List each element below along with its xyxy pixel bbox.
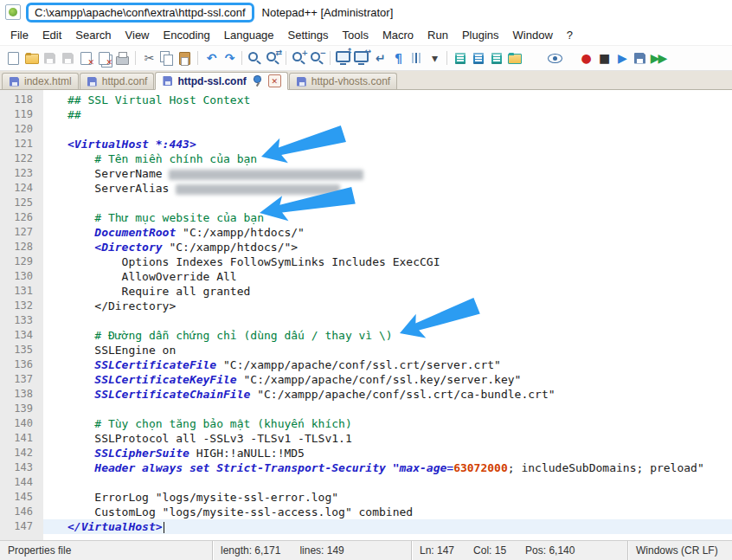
paste-icon[interactable] [176,49,194,68]
menu-encoding[interactable]: Encoding [157,26,217,44]
tab-label: httpd-vhosts.conf [311,75,390,87]
save-recorded-macro-icon[interactable] [631,49,649,68]
code-segment: ## SSL Virtual Host Context [67,93,250,106]
zoom-out-icon[interactable]: − [308,49,326,68]
window-title-app: Notepad++ [Administrator] [262,6,394,19]
code-line[interactable]: 123 ServerName [0,166,732,181]
tab-close-icon[interactable]: ✕ [268,74,281,87]
open-file-icon[interactable] [22,49,41,68]
menu-help[interactable]: ? [560,26,580,44]
sync-scroll-horizontal-icon[interactable]: ↔ [352,49,370,68]
code-line[interactable]: 143 Header always set Strict-Transport-S… [0,460,732,475]
toolbar-dropdown-icon[interactable]: ▾ [425,49,443,68]
word-wrap-icon[interactable]: ↵ [370,49,388,68]
code-line[interactable]: 139 [0,402,732,416]
undo-icon[interactable]: ↶ [202,49,220,68]
close-all-icon[interactable] [95,49,113,68]
code-line[interactable]: 136 SSLCertificateFile "C:/xampp/apache/… [0,357,732,372]
code-line[interactable]: 120 [0,122,732,137]
menu-search[interactable]: Search [68,26,118,44]
stop-recording-icon[interactable]: ■ [594,49,613,68]
line-number: 120 [0,122,43,137]
document-map-icon[interactable] [469,49,487,68]
code-line[interactable]: 147</VirtualHost> [0,519,732,534]
code-line[interactable]: 128 <Directory "C:/xampp/htdocs/"> [0,240,732,254]
zoom-in-icon[interactable]: + [290,49,308,68]
line-number: 145 [0,490,43,505]
tab-httpd-conf[interactable]: httpd.conf [80,73,155,89]
code-segment: SSLCipherSuite [67,447,196,460]
monitoring-icon[interactable] [546,49,564,68]
code-line[interactable]: 146 CustomLog "logs/mysite-ssl-access.lo… [0,505,732,519]
code-line[interactable]: 145 ErrorLog "logs/mysite-ssl-error.log" [0,490,732,505]
code-line[interactable]: 135 SSLEngine on [0,343,732,357]
code-line[interactable]: 142 SSLCipherSuite HIGH:!aNULL:!MD5 [0,446,732,460]
menu-bar: FileEditSearchViewEncodingLanguageSettin… [0,24,732,45]
sync-scroll-vertical-icon[interactable]: ↕ [334,49,352,68]
code-line[interactable]: 138 SSLCertificateChainFile "C:/xampp/ap… [0,387,732,402]
folder-as-workspace-icon[interactable] [505,49,523,68]
line-number: 130 [0,269,43,284]
code-text: # Tùy chọn tăng bảo mật (khuyến khích) [43,416,732,431]
pin-icon[interactable] [253,75,263,87]
code-line[interactable]: 126 # Thư mục website của bạn [0,210,732,225]
code-line[interactable]: 134 # Đường dẫn chứng chỉ (dùng dấu / th… [0,328,732,343]
menu-plugins[interactable]: Plugins [455,26,506,44]
run-macro-multiple-icon[interactable]: ▶▶ [649,49,667,68]
code-segment: </Directory> [67,299,176,312]
tab-index-html[interactable]: index.html [2,73,79,89]
menu-edit[interactable]: Edit [35,26,68,44]
code-line[interactable]: 137 SSLCertificateKeyFile "C:/xampp/apac… [0,372,732,387]
menu-settings[interactable]: Settings [281,26,336,44]
code-line[interactable]: 122 # Tên miền chính của bạn [0,151,732,166]
code-line[interactable]: 144 [0,475,732,490]
indent-guide-icon[interactable] [407,49,425,68]
code-line[interactable]: 124 ServerAlias [0,181,732,196]
function-list-icon[interactable] [451,49,469,68]
code-segment: # Tùy chọn tăng bảo mật (khuyến khích) [67,417,352,430]
code-line[interactable]: 121<VirtualHost *:443> [0,137,732,151]
code-line[interactable]: 125 [0,196,732,210]
code-line[interactable]: 131 Require all granted [0,284,732,299]
save-icon[interactable] [41,49,59,68]
record-macro-icon[interactable]: ● [576,49,594,68]
line-number: 119 [0,107,43,122]
replace-icon[interactable]: ⇄ [264,49,282,68]
playback-macro-icon[interactable]: ▶ [613,49,631,68]
toolbar-gap [564,58,576,59]
code-line[interactable]: 133 [0,313,732,328]
line-number: 132 [0,299,43,313]
print-icon[interactable] [113,49,132,68]
code-line[interactable]: 141 SSLProtocol all -SSLv3 -TLSv1 -TLSv1… [0,431,732,446]
copy-icon[interactable] [157,49,176,68]
status-eol-format[interactable]: Windows (CR LF) [627,541,732,560]
menu-tools[interactable]: Tools [336,26,376,44]
menu-run[interactable]: Run [421,26,455,44]
code-text: SSLProtocol all -SSLv3 -TLSv1 -TLSv1.1 [43,431,732,446]
cut-icon[interactable]: ✂ [139,49,157,68]
code-line[interactable]: 130 AllowOverride All [0,269,732,284]
line-number: 123 [0,166,43,181]
tab-httpd-vhosts-conf[interactable]: httpd-vhosts.conf [289,73,397,89]
save-all-icon[interactable] [59,49,77,68]
code-line[interactable]: 129 Options Indexes FollowSymLinks Inclu… [0,254,732,269]
document-list-icon[interactable] [487,49,505,68]
code-segment: Require all granted [67,285,250,298]
close-icon[interactable] [77,49,95,68]
tab-httpd-ssl-conf[interactable]: httpd-ssl.conf✕ [155,72,287,90]
editor[interactable]: 118## SSL Virtual Host Context119##12012… [0,90,732,544]
menu-window[interactable]: Window [506,26,560,44]
menu-language[interactable]: Language [217,26,281,44]
redo-icon[interactable]: ↷ [220,49,238,68]
code-line[interactable]: 140 # Tùy chọn tăng bảo mật (khuyến khíc… [0,416,732,431]
code-line[interactable]: 118## SSL Virtual Host Context [0,93,732,107]
find-icon[interactable] [246,49,264,68]
menu-file[interactable]: File [3,26,35,44]
code-line[interactable]: 119## [0,107,732,122]
new-file-icon[interactable] [4,49,22,68]
menu-view[interactable]: View [119,26,157,44]
code-line[interactable]: 132 </Directory> [0,299,732,313]
menu-macro[interactable]: Macro [376,26,421,44]
code-line[interactable]: 127 DocumentRoot "C:/xampp/htdocs/" [0,225,732,240]
show-all-characters-icon[interactable]: ¶ [388,49,407,68]
